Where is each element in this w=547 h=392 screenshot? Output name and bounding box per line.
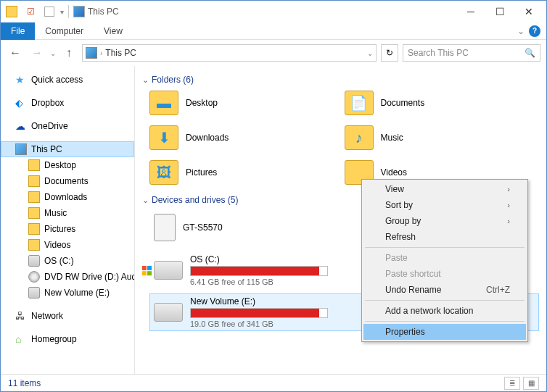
folder-desktop[interactable]: ▬Desktop [149, 91, 345, 115]
close-button[interactable]: ✕ [514, 1, 543, 22]
folder-icon [28, 191, 40, 203]
sidebar-music[interactable]: Music [1, 205, 134, 221]
hdd-icon [154, 261, 183, 280]
qat-check-icon[interactable]: ☑ [22, 4, 38, 20]
folder-icon [28, 175, 40, 187]
navigation-pane: ★Quick access ⬖Dropbox ☁OneDrive This PC… [1, 66, 135, 374]
sidebar-this-pc[interactable]: This PC [1, 141, 134, 157]
group-folders[interactable]: ⌄Folders (6) [142, 75, 539, 85]
desktop-folder-icon: ▬ [149, 91, 178, 115]
sidebar-dropbox[interactable]: ⬖Dropbox [1, 95, 134, 111]
sidebar-os-c[interactable]: OS (C:) [1, 253, 134, 269]
details-view-button[interactable]: ≣ [504, 377, 520, 390]
ctx-undo-rename[interactable]: Undo RenameCtrl+Z [363, 282, 526, 298]
address-text: This PC [105, 48, 364, 58]
ctx-paste-shortcut: Paste shortcut [363, 266, 526, 282]
sidebar-pictures[interactable]: Pictures [1, 221, 134, 237]
refresh-button[interactable]: ↻ [381, 44, 398, 62]
pictures-folder-icon: 🖼 [149, 160, 178, 185]
disk-icon [28, 287, 40, 299]
sidebar-videos[interactable]: Videos [1, 237, 134, 253]
homegroup-icon: ⌂ [15, 333, 27, 345]
folder-icon [28, 159, 40, 171]
disk-icon [28, 255, 40, 267]
back-button[interactable]: ← [7, 44, 24, 62]
folder-icon [28, 239, 40, 251]
hdd-icon [154, 303, 183, 322]
downloads-folder-icon: ⬇ [149, 125, 178, 150]
up-button[interactable]: ↑ [60, 44, 78, 62]
titlebar: ☑ ▾ This PC ─ ☐ ✕ [1, 1, 546, 22]
dropbox-icon: ⬖ [15, 97, 27, 109]
sidebar-homegroup[interactable]: ⌂Homegroup [1, 331, 134, 347]
folder-icon [28, 207, 40, 219]
qat-dropdown-icon[interactable]: ▾ [60, 8, 64, 16]
context-menu: View› Sort by› Group by› Refresh Paste P… [361, 179, 528, 342]
star-icon: ★ [15, 74, 27, 86]
folder-music[interactable]: ♪Music [345, 125, 540, 150]
ctx-paste: Paste [363, 250, 526, 266]
chevron-right-icon: › [507, 185, 510, 193]
window-icon [73, 6, 85, 17]
dvd-icon [28, 271, 40, 283]
window-title: This PC [88, 7, 119, 17]
folder-icon [28, 223, 40, 235]
separator [365, 300, 525, 301]
address-pc-icon [86, 47, 97, 59]
separator [365, 247, 525, 248]
capacity-bar [190, 266, 328, 276]
chevron-down-icon: ⌄ [142, 75, 149, 85]
folder-pictures[interactable]: 🖼Pictures [149, 160, 345, 185]
file-tab[interactable]: File [1, 22, 35, 40]
onedrive-icon: ☁ [15, 120, 27, 132]
search-icon: 🔍 [525, 48, 535, 58]
sidebar-dvd-d[interactable]: DVD RW Drive (D:) Audio [1, 269, 134, 285]
phone-icon [154, 214, 176, 241]
ctx-group-by[interactable]: Group by› [363, 213, 526, 229]
pc-icon [15, 143, 27, 155]
ctx-add-network-location[interactable]: Add a network location [363, 303, 526, 319]
qat-folder-icon[interactable] [4, 4, 20, 20]
help-icon[interactable]: ? [529, 25, 540, 37]
chevron-right-icon: › [507, 201, 510, 209]
ctx-properties[interactable]: Properties [363, 324, 526, 340]
documents-folder-icon: 📄 [345, 91, 374, 115]
sidebar-quick-access[interactable]: ★Quick access [1, 72, 134, 88]
qat-properties-icon[interactable] [41, 4, 57, 20]
sidebar-downloads[interactable]: Downloads [1, 189, 134, 205]
network-icon: 🖧 [15, 310, 27, 322]
separator [365, 321, 525, 322]
ribbon-expand-icon[interactable]: ⌄ [517, 26, 525, 36]
search-placeholder: Search This PC [408, 48, 525, 58]
sidebar-desktop[interactable]: Desktop [1, 157, 134, 173]
forward-button[interactable]: → [28, 44, 46, 62]
item-count: 11 items [8, 378, 41, 388]
chevron-down-icon: ⌄ [142, 196, 149, 205]
ctx-refresh[interactable]: Refresh [363, 229, 526, 245]
address-bar[interactable]: › This PC ⌄ [82, 44, 377, 62]
chevron-right-icon[interactable]: › [100, 49, 102, 57]
minimize-button[interactable]: ─ [456, 1, 485, 22]
capacity-bar [190, 308, 328, 318]
recent-dropdown-icon[interactable]: ⌄ [50, 49, 56, 57]
sidebar-new-volume-e[interactable]: New Volume (E:) [1, 285, 134, 301]
ctx-view[interactable]: View› [363, 181, 526, 197]
ctx-sort-by[interactable]: Sort by› [363, 197, 526, 213]
status-bar: 11 items ≣ ▦ [1, 374, 546, 391]
sidebar-network[interactable]: 🖧Network [1, 308, 134, 324]
sidebar-documents[interactable]: Documents [1, 173, 134, 189]
maximize-button[interactable]: ☐ [485, 1, 514, 22]
tab-view[interactable]: View [94, 23, 133, 39]
navbar: ← → ⌄ ↑ › This PC ⌄ ↻ Search This PC 🔍 [1, 40, 546, 66]
folder-documents[interactable]: 📄Documents [345, 91, 540, 115]
icons-view-button[interactable]: ▦ [523, 377, 539, 390]
folder-downloads[interactable]: ⬇Downloads [149, 125, 345, 150]
chevron-right-icon: › [507, 217, 510, 225]
address-dropdown-icon[interactable]: ⌄ [367, 49, 373, 57]
tab-computer[interactable]: Computer [35, 23, 94, 39]
music-folder-icon: ♪ [345, 125, 374, 150]
search-input[interactable]: Search This PC 🔍 [403, 44, 540, 62]
ribbon: File Computer View ⌄ ? [1, 22, 546, 40]
sidebar-onedrive[interactable]: ☁OneDrive [1, 118, 134, 134]
